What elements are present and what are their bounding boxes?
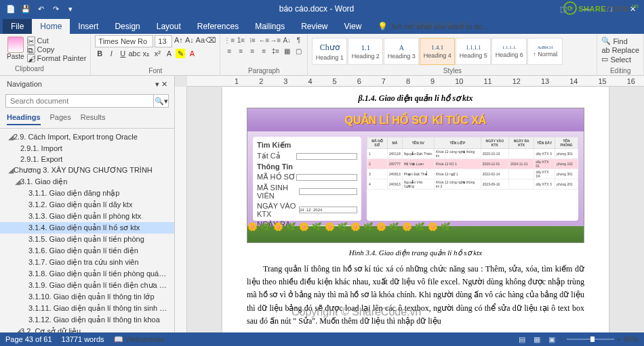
nav-item[interactable]: 3.1.5. Giao diện quản lí tiền phòng: [0, 234, 174, 245]
style-↑-normal[interactable]: AaBbCcI↑ Normal: [527, 38, 563, 65]
sort-icon[interactable]: A↓: [282, 35, 291, 45]
spellcheck-icon: 📖: [114, 335, 123, 344]
cut-button[interactable]: ✂Cut: [27, 37, 87, 45]
nav-item[interactable]: ◢Chương 3. XÂY DỰNG CHƯƠNG TRÌNH: [0, 165, 174, 176]
change-case-icon[interactable]: Aa: [195, 35, 205, 45]
web-layout-icon[interactable]: ▣: [545, 334, 559, 344]
zoom-value[interactable]: 96%: [624, 335, 639, 343]
tab-file[interactable]: File: [3, 19, 32, 34]
style-heading-6[interactable]: 1.1.1.1.Heading 6: [491, 38, 527, 65]
read-mode-icon[interactable]: ▤: [515, 334, 529, 344]
qat-more-icon[interactable]: ▾: [65, 3, 76, 14]
tab-references[interactable]: References: [189, 19, 247, 34]
nav-item[interactable]: 3.1.12. Giao diện quản lí thông tin khoa: [0, 314, 174, 326]
strike-icon[interactable]: abc: [129, 49, 139, 58]
borders-icon[interactable]: ▢: [294, 46, 303, 56]
show-marks-icon[interactable]: ¶: [294, 35, 303, 45]
nav-item[interactable]: 2.9.1. Import: [0, 143, 174, 154]
zoom-slider[interactable]: [567, 339, 614, 340]
embedded-screenshot: QUẢN LÍ HỒ SƠ KÍ TÚC XÁ Tìm Kiếm Tất Cả …: [247, 108, 584, 243]
redo-icon[interactable]: ↷: [50, 3, 61, 14]
clear-format-icon[interactable]: ⌫: [206, 35, 216, 45]
style-heading-4[interactable]: 1.4.1Heading 4: [420, 38, 455, 65]
line-spacing-icon[interactable]: ‡≡: [270, 46, 280, 56]
nav-item[interactable]: 3.1.1. Giao diện đăng nhập: [0, 188, 174, 199]
align-left-icon[interactable]: ≡: [224, 46, 234, 56]
word-icon: 📄: [5, 3, 16, 14]
tab-insert[interactable]: Insert: [70, 19, 106, 34]
nav-title: Navigation: [7, 80, 42, 89]
dedent-icon[interactable]: ←≡: [259, 35, 268, 45]
paste-icon: [7, 37, 24, 53]
shrink-font-icon[interactable]: A↓: [184, 35, 194, 45]
nav-item[interactable]: ◢3.1. Giao diện: [0, 176, 174, 188]
grow-font-icon[interactable]: A↑: [174, 35, 183, 45]
align-center-icon[interactable]: ≡: [236, 46, 245, 56]
undo-icon[interactable]: ↶: [35, 3, 46, 14]
font-name-select[interactable]: Times New Ro: [95, 35, 153, 47]
replace-button[interactable]: abReplace: [601, 46, 639, 54]
align-right-icon[interactable]: ≡: [247, 46, 257, 56]
search-button[interactable]: 🔍▾: [154, 94, 169, 108]
nav-item[interactable]: 3.1.4. Giao diện quản lí hồ sơ ktx: [0, 222, 174, 234]
document-page[interactable]: β.1.4. Giao diện quản lí hồ sơ ktx QUẢN …: [222, 87, 609, 335]
numbering-icon[interactable]: 1≡: [236, 35, 245, 45]
nav-item[interactable]: 3.1.8. Giao diện quản lí tiền phòng quá …: [0, 268, 174, 280]
sharecode-logo: ⟳ SHARECODE .vn: [563, 1, 639, 15]
horizontal-ruler[interactable]: 123456789101112131415161718: [187, 76, 644, 87]
paragraph-label: Paragraph: [224, 67, 303, 75]
text-effects-icon[interactable]: A: [164, 49, 174, 58]
navtab-pages[interactable]: Pages: [50, 113, 71, 125]
copy-icon: ⧉: [27, 45, 35, 53]
nav-item[interactable]: 3.1.10. Giao diện quản lí thông tin lớp: [0, 291, 174, 303]
nav-item[interactable]: 3.1.6. Giao diện quản lí tiền điện: [0, 245, 174, 257]
save-icon[interactable]: 💾: [20, 3, 31, 14]
font-color-icon[interactable]: A: [187, 49, 197, 58]
nav-item[interactable]: 3.1.2. Giao diện quản lí dãy ktx: [0, 199, 174, 211]
search-input[interactable]: [5, 94, 154, 108]
shading-icon[interactable]: ▦: [282, 46, 291, 56]
zoom-in-icon[interactable]: +: [617, 335, 621, 343]
tab-review[interactable]: Review: [293, 19, 336, 34]
bold-icon[interactable]: B: [95, 49, 104, 58]
status-words[interactable]: 13771 words: [62, 335, 104, 343]
justify-icon[interactable]: ≡: [259, 46, 268, 56]
bullets-icon[interactable]: ⋮≡: [224, 35, 234, 45]
multilevel-icon[interactable]: ⁝≡: [247, 35, 257, 45]
search-icon: 🔍▾: [155, 97, 168, 106]
zoom-out-icon[interactable]: −: [559, 335, 563, 343]
nav-item[interactable]: 3.1.3. Giao diện quản lí phòng ktx: [0, 211, 174, 222]
style-heading-2[interactable]: 1.1Heading 2: [348, 38, 383, 65]
nav-item[interactable]: 3.1.11. Giao diện quản lí thông tin sinh…: [0, 303, 174, 314]
highlight-icon[interactable]: ✎: [176, 49, 185, 58]
style-heading-1[interactable]: ChươHeading 1: [312, 38, 347, 65]
nav-item[interactable]: 3.1.9. Giao diện quản lí tiền điện chưa …: [0, 280, 174, 291]
subscript-icon[interactable]: x₂: [141, 49, 150, 58]
navtab-results[interactable]: Results: [81, 113, 106, 125]
vertical-ruler[interactable]: [175, 87, 187, 335]
italic-icon[interactable]: I: [106, 49, 116, 58]
status-lang[interactable]: 📖Vietnamese: [114, 335, 165, 344]
tab-design[interactable]: Design: [106, 19, 148, 34]
superscript-icon[interactable]: x²: [153, 49, 162, 58]
style-heading-5[interactable]: 1.1.1.1Heading 5: [456, 38, 491, 65]
format-painter-button[interactable]: 🖌Format Painter: [27, 54, 87, 62]
nav-item[interactable]: 3.1.7. Giao diện tra cứu sinh viên: [0, 257, 174, 268]
font-size-select[interactable]: 13: [155, 35, 172, 47]
tab-view[interactable]: View: [336, 19, 370, 34]
copy-button[interactable]: ⧉Copy: [27, 45, 87, 53]
nav-item[interactable]: ◢2.9. Cách Import, Export trong Oracle: [0, 131, 174, 143]
indent-icon[interactable]: →≡: [270, 35, 280, 45]
tab-mailings[interactable]: Mailings: [247, 19, 293, 34]
print-layout-icon[interactable]: ▦: [530, 334, 544, 344]
underline-icon[interactable]: U: [118, 49, 127, 58]
status-page[interactable]: Page 43 of 61: [5, 335, 52, 343]
nav-item[interactable]: 2.9.1. Export: [0, 154, 174, 165]
select-button[interactable]: ▭Select: [601, 55, 639, 64]
tab-layout[interactable]: Layout: [148, 19, 189, 34]
find-button[interactable]: 🔍Find: [601, 37, 639, 45]
style-heading-3[interactable]: AHeading 3: [384, 38, 419, 65]
nav-close-icon[interactable]: ▾ ✕: [155, 80, 167, 89]
navtab-headings[interactable]: Headings: [7, 113, 41, 125]
tab-home[interactable]: Home: [32, 19, 70, 34]
